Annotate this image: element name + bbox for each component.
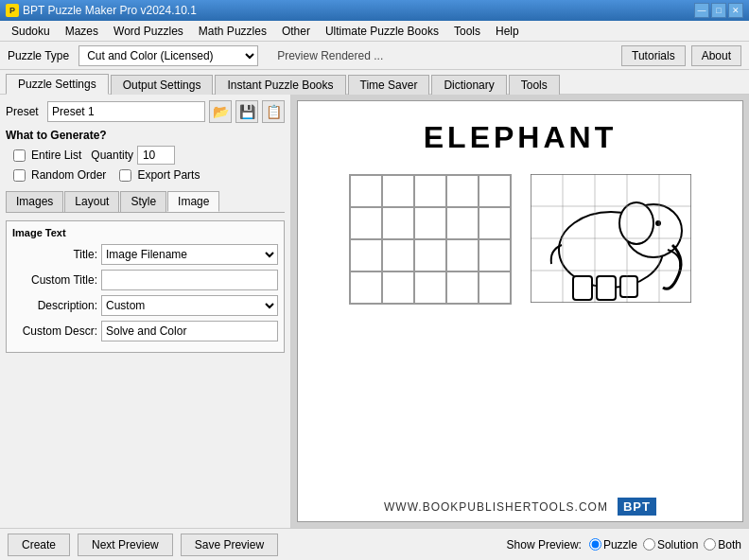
save-as-preset-button[interactable]: 📋	[262, 100, 285, 123]
entire-list-label: Entire List	[31, 149, 81, 162]
custom-title-input[interactable]	[101, 270, 278, 290]
next-preview-button[interactable]: Next Preview	[78, 534, 173, 556]
elephant-image	[531, 174, 691, 303]
menu-other[interactable]: Other	[274, 23, 318, 40]
radio-both-label: Both	[718, 538, 741, 551]
menu-help[interactable]: Help	[488, 23, 527, 40]
grid-cell	[446, 239, 479, 271]
sub-tabs: Images Layout Style Image	[6, 191, 285, 213]
svg-rect-5	[597, 276, 616, 300]
menu-sudoku[interactable]: Sudoku	[4, 23, 58, 40]
grid-cell	[479, 239, 511, 271]
export-parts-checkbox[interactable]	[119, 169, 131, 182]
quantity-row: Quantity	[91, 146, 175, 165]
tab-instant-puzzle-books[interactable]: Instant Puzzle Books	[215, 75, 345, 95]
close-button[interactable]: ✕	[728, 3, 743, 18]
grid-cell	[414, 207, 446, 239]
tutorials-button[interactable]: Tutorials	[621, 45, 686, 66]
tab-time-saver[interactable]: Time Saver	[348, 75, 430, 95]
custom-descr-row: Custom Descr:	[12, 321, 278, 341]
footer-url: WWW.BOOKPUBLISHERTOOLS.COM	[384, 500, 608, 514]
left-panel: Preset 📂 💾 📋 What to Generate? Entire Li…	[0, 95, 291, 528]
tab-puzzle-settings[interactable]: Puzzle Settings	[6, 74, 109, 95]
grid-cell	[479, 271, 511, 304]
title-select[interactable]: Image Filename Custom None	[101, 244, 278, 265]
puzzle-type-select[interactable]: Cut and Color (Licensed)	[78, 45, 258, 66]
tab-output-settings[interactable]: Output Settings	[111, 75, 214, 95]
svg-point-2	[619, 202, 653, 244]
main-content: Preset 📂 💾 📋 What to Generate? Entire Li…	[0, 95, 749, 528]
grid-cell	[382, 175, 414, 207]
menu-math-puzzles[interactable]: Math Puzzles	[191, 23, 274, 40]
grid-cell	[350, 175, 382, 207]
save-preset-button[interactable]: 💾	[235, 100, 258, 123]
puzzle-grid	[349, 174, 512, 305]
about-button[interactable]: About	[691, 45, 741, 66]
grid-cell	[446, 271, 479, 304]
random-order-label: Random Order	[31, 168, 106, 182]
options-row2: Random Order Export Parts	[9, 168, 285, 182]
quantity-label: Quantity	[91, 149, 133, 162]
svg-rect-6	[620, 276, 637, 297]
preset-row: Preset 📂 💾 📋	[6, 100, 285, 123]
grid-cell	[382, 271, 414, 304]
grid-cell	[350, 271, 382, 304]
grid-cell	[414, 271, 446, 304]
preview-content	[349, 174, 691, 305]
radio-both[interactable]	[704, 538, 716, 551]
quantity-input[interactable]	[137, 146, 175, 165]
radio-solution[interactable]	[643, 538, 655, 551]
what-to-generate-label: What to Generate?	[6, 129, 285, 142]
radio-solution-label: Solution	[657, 538, 698, 551]
open-preset-button[interactable]: 📂	[209, 100, 232, 123]
description-row: Description: Custom None Solve and Color	[12, 295, 278, 316]
description-select[interactable]: Custom None Solve and Color	[101, 295, 278, 316]
radio-puzzle[interactable]	[589, 538, 601, 551]
title-row: Title: Image Filename Custom None	[12, 244, 278, 265]
elephant-image-container	[531, 174, 691, 303]
main-tabs: Puzzle Settings Output Settings Instant …	[0, 70, 749, 95]
sub-tab-image[interactable]: Image	[167, 191, 219, 212]
preset-label: Preset	[6, 105, 44, 118]
preset-input[interactable]	[47, 101, 205, 122]
sub-tab-layout[interactable]: Layout	[64, 191, 119, 212]
save-preview-button[interactable]: Save Preview	[181, 534, 278, 556]
svg-point-3	[655, 220, 661, 226]
grid-cell	[414, 239, 446, 271]
custom-title-label: Custom Title:	[12, 273, 97, 287]
svg-rect-4	[573, 276, 592, 300]
tab-tools[interactable]: Tools	[509, 75, 560, 95]
radio-solution-option: Solution	[643, 538, 698, 551]
export-parts-row: Export Parts	[119, 168, 200, 182]
title-bar-text: BPT Puzzle Maker Pro v2024.10.1	[23, 4, 197, 17]
export-parts-label: Export Parts	[137, 168, 200, 182]
sub-tab-style[interactable]: Style	[120, 191, 166, 212]
preview-title: ELEPHANT	[424, 120, 617, 155]
image-text-section: Image Text Title: Image Filename Custom …	[6, 220, 285, 353]
menu-word-puzzles[interactable]: Word Puzzles	[106, 23, 191, 40]
tab-dictionary[interactable]: Dictionary	[431, 75, 506, 95]
sub-tab-images[interactable]: Images	[6, 191, 63, 212]
menu-mazes[interactable]: Mazes	[58, 23, 106, 40]
right-panel: ELEPHANT	[291, 95, 749, 528]
menu-ultimate[interactable]: Ultimate Puzzle Books	[318, 23, 446, 40]
entire-list-checkbox[interactable]	[13, 149, 26, 162]
toolbar: Puzzle Type Cut and Color (Licensed) Pre…	[0, 42, 749, 70]
grid-cell	[382, 239, 414, 271]
maximize-button[interactable]: □	[711, 3, 726, 18]
show-preview-label: Show Preview:	[507, 538, 582, 551]
grid-cell	[414, 175, 446, 207]
custom-descr-label: Custom Descr:	[12, 324, 97, 338]
description-label: Description:	[12, 299, 97, 312]
preview-box: ELEPHANT	[297, 100, 743, 522]
entire-list-row: Entire List	[13, 149, 81, 162]
custom-descr-input[interactable]	[101, 321, 278, 341]
custom-title-row: Custom Title:	[12, 270, 278, 290]
title-label: Title:	[12, 248, 97, 261]
create-button[interactable]: Create	[8, 534, 70, 556]
menu-tools[interactable]: Tools	[446, 23, 488, 40]
random-order-row: Random Order	[13, 168, 106, 182]
random-order-checkbox[interactable]	[13, 169, 26, 182]
minimize-button[interactable]: —	[694, 3, 709, 18]
image-text-title: Image Text	[12, 227, 278, 238]
